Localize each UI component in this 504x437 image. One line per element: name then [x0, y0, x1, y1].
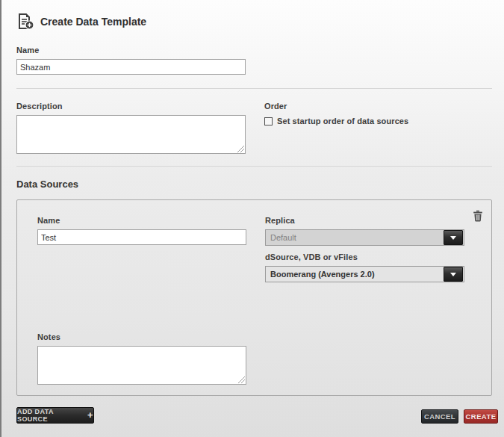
source-dropdown-value: Boomerang (Avengers 2.0) [266, 270, 444, 279]
dialog-title: Create Data Template [40, 16, 146, 28]
create-button[interactable]: CREATE [464, 409, 498, 424]
notes-textarea[interactable] [37, 346, 246, 385]
add-data-source-button[interactable]: ADD DATA SOURCE + [16, 407, 94, 424]
delete-data-source-icon[interactable] [473, 210, 483, 222]
cancel-button[interactable]: CANCEL [421, 409, 458, 424]
data-sources-heading: Data Sources [16, 179, 78, 190]
startup-order-checkbox-label[interactable]: Set startup order of data sources [277, 117, 408, 125]
source-dropdown[interactable]: Boomerang (Avengers 2.0) [265, 266, 464, 282]
source-label: dSource, VDB or vFiles [265, 252, 358, 261]
replica-dropdown-value: Default [266, 233, 444, 242]
description-label: Description [16, 102, 63, 111]
description-textarea[interactable] [16, 115, 246, 154]
data-source-card: Name Replica Default dSource, VDB or vFi… [16, 199, 492, 396]
notes-label: Notes [37, 332, 60, 341]
chevron-down-icon[interactable] [444, 267, 463, 282]
name-input[interactable] [16, 59, 246, 75]
ds-name-input[interactable] [37, 229, 246, 245]
ds-name-label: Name [37, 216, 60, 225]
divider [16, 88, 492, 89]
notes-textarea-wrap [37, 346, 246, 385]
order-checkbox-row: Set startup order of data sources [264, 117, 408, 125]
replica-label: Replica [265, 216, 295, 225]
chevron-down-icon[interactable] [444, 230, 463, 245]
order-label: Order [264, 102, 287, 111]
name-label: Name [16, 46, 39, 55]
divider [16, 166, 492, 167]
replica-dropdown[interactable]: Default [265, 229, 464, 246]
create-data-template-dialog: Create Data Template Name Description Or… [0, 0, 504, 437]
add-data-source-label: ADD DATA SOURCE [17, 408, 84, 423]
description-textarea-wrap [16, 115, 246, 154]
startup-order-checkbox[interactable] [264, 117, 273, 125]
plus-icon: + [87, 409, 93, 421]
dialog-header: Create Data Template [16, 13, 146, 31]
document-add-icon [16, 13, 34, 31]
